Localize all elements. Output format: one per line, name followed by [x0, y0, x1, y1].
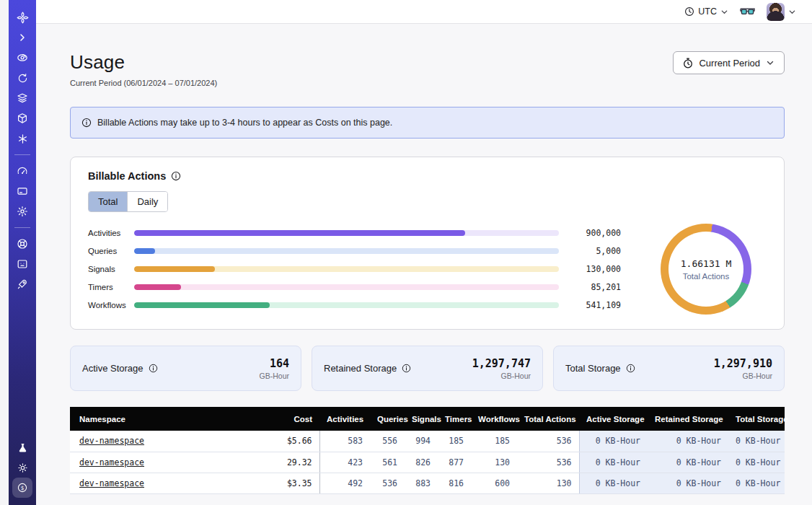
bar-row-activities: Activities 900,000	[88, 224, 621, 242]
bar-value: 5,000	[569, 246, 621, 256]
sidebar: $	[9, 0, 36, 505]
cell-total-storage: 0 KB-Hour	[728, 431, 785, 452]
page-title: Usage	[70, 51, 217, 74]
bar-fill	[134, 266, 215, 272]
retained-storage-card: Retained Storage 1,297,747 GB-Hour	[312, 346, 543, 391]
active-storage-unit: GB-Hour	[260, 372, 289, 380]
total-storage-label: Total Storage	[565, 363, 621, 374]
cell-workflows: 130	[471, 452, 517, 473]
tab-total[interactable]: Total	[89, 192, 128, 211]
cell-signals: 826	[405, 452, 438, 473]
chevron-down-icon	[766, 58, 775, 67]
cell-timers: 877	[438, 452, 471, 473]
stopwatch-icon	[683, 58, 693, 69]
table-row: dev-namespace $5.66 583 556 994 185 185 …	[70, 431, 785, 452]
cell-total-actions: 130	[517, 473, 579, 493]
bar-track	[134, 248, 559, 254]
cube-icon[interactable]	[12, 108, 32, 128]
cell-signals: 883	[405, 473, 438, 493]
active-storage-label: Active Storage	[82, 363, 144, 374]
sidebar-divider	[14, 227, 30, 228]
svg-text:$: $	[21, 485, 25, 491]
cell-queries: 556	[370, 431, 405, 452]
bar-track	[134, 230, 559, 236]
bar-value: 130,000	[569, 264, 621, 274]
bar-fill	[134, 230, 465, 236]
table-header-row: Namespace Cost Activities Queries Signal…	[70, 407, 785, 431]
page-subtitle: Current Period (06/01/2024 – 07/01/2024)	[70, 79, 217, 87]
col-total-actions: Total Actions	[517, 407, 579, 431]
info-icon[interactable]	[402, 364, 411, 373]
info-icon[interactable]	[171, 171, 181, 181]
lab-flask-icon[interactable]	[12, 437, 32, 457]
user-avatar	[767, 3, 785, 21]
col-namespace: Namespace	[70, 407, 278, 431]
collapse-chevron-icon[interactable]	[12, 27, 32, 48]
info-icon[interactable]	[626, 364, 635, 373]
cell-total-storage: 0 KB-Hour	[728, 473, 785, 493]
theme-sun-icon[interactable]	[12, 457, 32, 478]
glasses-button[interactable]	[740, 6, 755, 17]
billing-card-icon[interactable]	[12, 181, 32, 201]
active-storage-card: Active Storage 164 GB-Hour	[70, 346, 301, 391]
user-menu[interactable]	[767, 3, 796, 21]
bar-row-timers: Timers 85,201	[88, 278, 621, 297]
namespace-link[interactable]: dev-namespace	[79, 436, 144, 446]
namespace-link[interactable]: dev-namespace	[79, 457, 144, 467]
usage-dollar-icon[interactable]: $	[12, 478, 32, 498]
cell-cost: 29.32	[278, 452, 319, 473]
donut-total-value: 1.66131 M	[681, 258, 731, 269]
cell-activities: 583	[319, 431, 370, 452]
namespace-usage-table: Namespace Cost Activities Queries Signal…	[70, 407, 785, 494]
gear-icon[interactable]	[12, 201, 32, 221]
cell-cost: $5.66	[278, 431, 319, 452]
cell-active-storage: 0 KB-Hour	[579, 473, 648, 493]
support-lifebuoy-icon[interactable]	[12, 234, 32, 254]
namespace-link[interactable]: dev-namespace	[79, 478, 144, 488]
info-banner: Billable Actions may take up to 3-4 hour…	[70, 107, 785, 139]
timezone-selector[interactable]: UTC	[684, 6, 728, 17]
cell-workflows: 600	[471, 473, 517, 493]
bar-track	[134, 302, 559, 308]
main-content: Usage Current Period (06/01/2024 – 07/01…	[36, 24, 812, 505]
cell-retained-storage: 0 KB-Hour	[648, 431, 728, 452]
layers-icon[interactable]	[12, 88, 32, 108]
cell-retained-storage: 0 KB-Hour	[648, 452, 728, 473]
namespaces-eye-icon[interactable]	[12, 48, 32, 68]
info-icon	[81, 118, 92, 128]
clock-icon	[684, 6, 694, 17]
rocket-icon[interactable]	[12, 274, 32, 294]
cell-signals: 994	[405, 431, 438, 452]
col-timers: Timers	[438, 407, 471, 431]
bar-value: 900,000	[569, 228, 621, 238]
bar-row-queries: Queries 5,000	[88, 242, 621, 260]
cell-total-actions: 536	[517, 452, 579, 473]
total-storage-card: Total Storage 1,297,910 GB-Hour	[553, 346, 785, 391]
tab-daily[interactable]: Daily	[127, 192, 167, 211]
cell-workflows: 185	[471, 431, 517, 452]
sidebar-divider	[14, 154, 30, 155]
gauge-icon[interactable]	[12, 161, 32, 181]
feedback-icon[interactable]	[12, 254, 32, 274]
temporal-logo-icon[interactable]	[12, 7, 32, 27]
cell-activities: 492	[319, 473, 370, 493]
bar-fill	[134, 302, 270, 308]
retained-storage-label: Retained Storage	[324, 363, 397, 374]
asterisk-icon[interactable]	[12, 128, 32, 149]
bar-fill	[134, 248, 155, 254]
history-clock-icon[interactable]	[12, 68, 32, 88]
table-row: dev-namespace 29.32 423 561 826 877 130 …	[70, 452, 785, 473]
chevron-down-icon	[720, 8, 728, 16]
chart-mode-tabs: Total Daily	[88, 191, 168, 212]
info-icon[interactable]	[149, 364, 158, 373]
bar-label: Queries	[88, 247, 134, 255]
cell-total-storage: 0 KB-Hour	[728, 452, 785, 473]
col-queries: Queries	[370, 407, 405, 431]
timezone-label: UTC	[698, 6, 717, 17]
total-storage-unit: GB-Hour	[714, 372, 772, 380]
retained-storage-value: 1,297,747	[472, 357, 531, 370]
billable-actions-title: Billable Actions	[88, 170, 166, 182]
period-selector-button[interactable]: Current Period	[673, 51, 785, 74]
cell-queries: 536	[370, 473, 405, 493]
info-banner-text: Billable Actions may take up to 3-4 hour…	[97, 118, 392, 128]
